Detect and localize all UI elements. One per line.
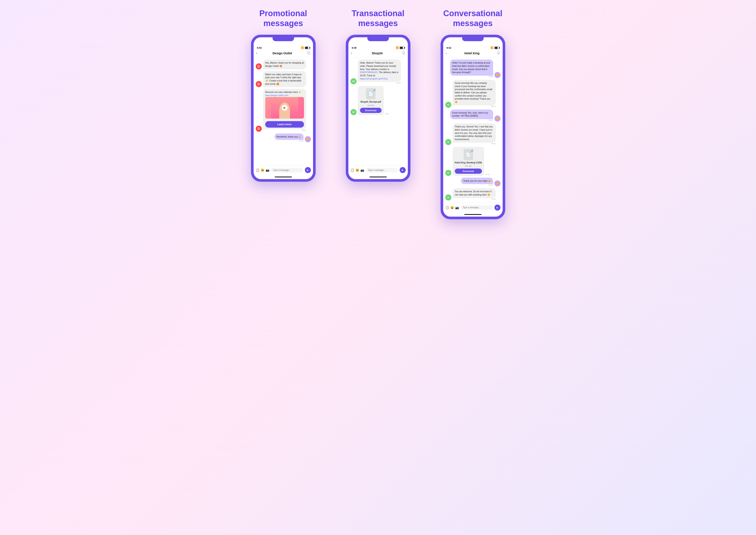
columns-layout: Promotionalmessages 9:50 📶 ‹ Design Outl… — [238, 9, 518, 219]
chat-header: ‹ Hotel King ⓘ — [443, 49, 503, 57]
bubble-wrapper: You are welcome. Do let me know if I can… — [453, 188, 496, 200]
bubble-image: ▶ — [265, 97, 304, 119]
status-icons: 📶 — [301, 46, 310, 49]
message-bubble: Good morning! We can certainly check if … — [453, 80, 496, 105]
message-time: 09:30 — [396, 82, 401, 84]
message-row: Thank you for your help! 😊09:52🙂 — [445, 178, 500, 187]
message-row: Hello! I've just made a booking at your … — [445, 60, 500, 78]
message-time: 09:49 — [299, 140, 303, 142]
file-name: Hotel King_Booking #1256 — [455, 161, 482, 164]
avatar: Hi — [445, 102, 451, 108]
chat-header: ‹ Design Outlet ⓘ — [254, 49, 313, 57]
bubble-wrapper: Thank you, Sirena! Yes, I see that you d… — [453, 123, 496, 145]
phone-conversational: 9:52 📶 ‹ Hotel King ⓘ Hello! I've just m… — [441, 35, 505, 219]
link[interactable]: www.design-outlet.com — [265, 94, 288, 97]
info-button[interactable]: ⓘ — [402, 51, 405, 55]
message-time: 09:51 — [491, 143, 496, 145]
info-button[interactable]: ⓘ — [307, 51, 310, 55]
download-button[interactable]: Download — [455, 169, 482, 174]
bubble-wrapper: Hey, Marion, thank you for shopping at D… — [263, 60, 306, 69]
file-icon: 📄 — [366, 88, 375, 99]
home-bar — [369, 177, 387, 177]
attach-icon[interactable]: 📋 — [256, 168, 259, 172]
send-button[interactable]: ► — [495, 205, 500, 211]
message-row: DHey, Marion, thank you for shopping at … — [256, 60, 311, 69]
back-button[interactable]: ‹ — [351, 51, 352, 55]
message-row: HiYou are welcome. Do let me know if I c… — [445, 188, 500, 200]
wifi-icon: 📶 — [491, 46, 494, 49]
attach-icon[interactable]: 📋 — [445, 206, 449, 209]
delivery-link[interactable]: 59000708945423 — [360, 71, 378, 73]
bubble-wrapper: Good morning! We can certainly check if … — [453, 80, 496, 108]
message-bubble: Hello! I've just made a booking at your … — [450, 60, 493, 76]
message-row: 24 📄 Shop24_Receipt.pdf 244 KB Download … — [351, 86, 406, 115]
camera-icon[interactable]: 📷 — [266, 168, 269, 172]
chat-body: 24Hello, Marion! Thank you for your orde… — [348, 57, 408, 165]
message-bubble: Thank you, Sirena! Yes, I see that you d… — [453, 123, 496, 142]
chat-body: DHey, Marion, thank you for shopping at … — [254, 57, 313, 165]
avatar: Hi — [445, 194, 451, 201]
title-promotional: Promotionalmessages — [259, 9, 307, 28]
emoji-icon[interactable]: 😀 — [450, 206, 454, 209]
camera-icon[interactable]: 📷 — [361, 168, 364, 172]
message-bubble: Hello, Marion! Thank you for your order.… — [358, 60, 401, 82]
bubble-wrapper: Discover our new collection here 👉 www.d… — [263, 89, 306, 131]
home-indicator — [348, 175, 408, 179]
emoji-icon[interactable]: 😀 — [261, 168, 264, 172]
status-time: 9:52 — [446, 46, 451, 49]
contact-name: Design Outlet — [273, 51, 292, 55]
send-button[interactable]: ► — [400, 167, 406, 173]
contact-name: Shop24 — [372, 51, 383, 55]
play-button[interactable]: ▶ — [282, 105, 288, 111]
contact-name: Hotel King — [465, 51, 480, 55]
column-promotional: Promotionalmessages 9:50 📶 ‹ Design Outl… — [240, 9, 326, 182]
message-row: 24Hello, Marion! Thank you for your orde… — [351, 60, 406, 84]
avatar: D — [256, 81, 262, 87]
avatar: Hi — [445, 139, 451, 145]
avatar: Hi — [445, 170, 451, 176]
learn-more-button[interactable]: Learn more — [265, 121, 304, 127]
status-icons: 📶 — [491, 46, 499, 49]
emoji-icon[interactable]: 😀 — [356, 168, 359, 172]
message-input[interactable] — [461, 205, 493, 210]
info-button[interactable]: ⓘ — [497, 51, 500, 55]
title-transactional: Transactionalmessages — [352, 9, 404, 28]
back-button[interactable]: ‹ — [256, 51, 257, 55]
message-time: 09:48 — [491, 105, 496, 107]
file-size: 244 KB — [367, 104, 374, 106]
home-bar — [464, 214, 481, 215]
file-name: Shop24_Receipt.pdf — [361, 101, 381, 103]
home-bar — [275, 177, 292, 177]
message-bubble: Thank you for your help! 😊 — [461, 178, 493, 184]
message-bubble: Hey, Marion, thank you for shopping at D… — [263, 60, 306, 69]
back-button[interactable]: ‹ — [446, 51, 447, 55]
message-input[interactable] — [271, 168, 303, 172]
attach-icon[interactable]: 📋 — [351, 168, 354, 172]
status-time: 9:50 — [257, 46, 262, 49]
message-bubble: You are welcome. Do let me know if I can… — [453, 188, 496, 198]
battery-icon — [400, 46, 404, 49]
home-indicator — [443, 212, 503, 217]
status-bar: 9:50 📶 — [254, 45, 313, 49]
avatar: D — [256, 126, 262, 132]
wifi-icon: 📶 — [396, 46, 399, 49]
camera-icon[interactable]: 📷 — [455, 206, 459, 209]
message-time: 09:51 — [485, 174, 490, 176]
battery-icon — [305, 46, 310, 49]
status-time: 9:49 — [352, 46, 357, 49]
message-input[interactable] — [366, 168, 398, 172]
tracking-link[interactable]: https://url.shop24.np/h7i31x — [360, 77, 388, 80]
bubble-wrapper: Hello! I've just made a booking at your … — [450, 60, 493, 78]
message-time: 09:48 — [302, 129, 306, 131]
chat-header: ‹ Shop24 ⓘ — [348, 49, 408, 57]
avatar: 24 — [351, 78, 357, 84]
bubble-wrapper: Thank you for your help! 😊09:52 — [461, 178, 493, 187]
home-indicator — [254, 175, 313, 179]
send-button[interactable]: ► — [305, 167, 311, 173]
message-time: 09:52 — [489, 184, 493, 186]
phone-transactional: 9:49 📶 ‹ Shop24 ⓘ 24Hello, Marion! Thank… — [346, 35, 410, 182]
battery-icon — [495, 46, 499, 49]
file-size: 347 KB — [465, 165, 472, 167]
message-row: Hi 📄 Hotel King_Booking #1256 347 KB Dow… — [445, 147, 500, 176]
download-button[interactable]: Download — [360, 108, 382, 113]
